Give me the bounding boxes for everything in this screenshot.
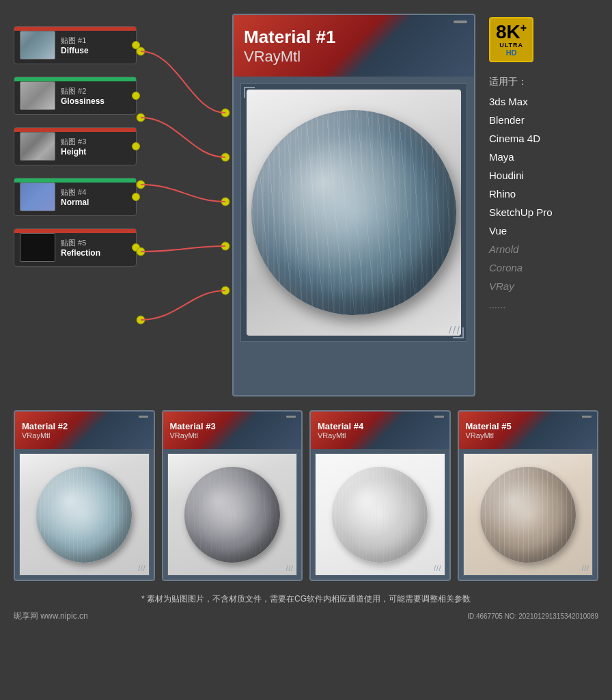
mini-card-header-5: Material #5 VRayMtl (459, 412, 598, 449)
mini-sphere-area-4: /// (311, 449, 449, 580)
svg-point-9 (221, 286, 230, 295)
sphere-preview (247, 90, 461, 336)
mini-minimize-3[interactable] (286, 416, 296, 418)
main-card-body: /// (234, 77, 474, 349)
compat-item-rhino: Rhino (489, 185, 598, 203)
node-label-reflection: 贴图 #5 Reflection (55, 238, 130, 258)
compat-item-vray: VRay (489, 277, 598, 295)
footer-id: ID:4667705 NO: 202101291315342010089 (467, 612, 598, 620)
bottom-section: Material #2 VRayMtl /// Material #3 VRay… (0, 403, 612, 588)
mini-corner-mark-4: /// (434, 565, 441, 572)
mini-card-subtitle-2: VRayMtl (22, 431, 147, 440)
corner-mark: /// (449, 325, 461, 336)
mini-card-5: Material #5 VRayMtl /// (458, 410, 599, 581)
mini-sphere-5 (480, 467, 576, 563)
mini-sphere-frame-4: /// (315, 453, 445, 576)
node-reflection[interactable]: 贴图 #5 Reflection (14, 228, 137, 267)
node-output-dot-reflection (132, 243, 140, 252)
node-output-dot-height (132, 142, 140, 150)
svg-point-7 (221, 242, 230, 250)
mini-card-2: Material #2 VRayMtl /// (14, 410, 155, 581)
node-panel: 贴图 #1 Diffuse 贴图 #2 Glossiness (14, 14, 150, 396)
mini-sphere-frame-2: /// (19, 453, 150, 576)
mini-sphere-3 (184, 467, 280, 563)
node-output-dot-normal (132, 193, 140, 201)
mini-corner-mark-2: /// (138, 565, 145, 572)
compat-item-more: ...... (489, 295, 598, 314)
node-label-diffuse: 贴图 #1 Diffuse (55, 36, 130, 55)
mini-card-header-2: Material #2 VRayMtl (15, 412, 154, 449)
compat-label: 适用于： (489, 76, 598, 88)
sphere-frame: /// (240, 83, 467, 342)
node-thumbnail-glossiness (20, 81, 55, 110)
node-normal[interactable]: 贴图 #4 Normal (14, 178, 137, 216)
mini-minimize-4[interactable] (434, 416, 444, 418)
mini-card-subtitle-4: VRayMtl (318, 431, 443, 440)
mini-card-subtitle-3: VRayMtl (170, 431, 295, 440)
8k-badge: 8K+ ULTRA HD (489, 17, 533, 62)
mini-card-subtitle-5: VRayMtl (466, 431, 591, 440)
svg-point-3 (221, 153, 230, 161)
mini-sphere-frame-5: /// (463, 453, 594, 576)
node-glossiness[interactable]: 贴图 #2 Glossiness (14, 77, 137, 115)
node-thumbnail-height (20, 132, 55, 161)
mini-card-3: Material #3 VRayMtl /// (162, 410, 303, 581)
mini-card-title-4: Material #4 (318, 421, 443, 431)
compat-item-arnold: Arnold (489, 240, 598, 258)
compat-item-blender: Blender (489, 111, 598, 129)
mini-card-title-2: Material #2 (22, 421, 147, 431)
footer-site: 昵享网 www.nipic.cn (14, 610, 88, 622)
mini-sphere-area-5: /// (459, 449, 598, 580)
plus-sign: + (520, 22, 527, 33)
footer-watermark: 昵享网 www.nipic.cn ID:4667705 NO: 20210129… (14, 608, 598, 625)
info-panel: 8K+ ULTRA HD 适用于： 3ds Max Blender Cinema… (489, 14, 598, 396)
mini-card-header-4: Material #4 VRayMtl (311, 412, 449, 449)
svg-point-5 (221, 198, 230, 206)
mini-sphere-area-2: /// (15, 449, 154, 580)
footer-note: * 素材为贴图图片，不含材质文件，需要在CG软件内相应通道使用，可能需要调整相关… (14, 593, 598, 605)
node-height[interactable]: 贴图 #3 Height (14, 127, 137, 165)
mini-card-header-3: Material #3 VRayMtl (163, 412, 302, 449)
8k-text: 8K+ (496, 23, 527, 42)
main-card-header: Material #1 VRayMtl (234, 15, 474, 77)
mini-sphere-4 (332, 467, 428, 563)
hd-text: HD (496, 49, 527, 57)
node-thumbnail-reflection (20, 233, 55, 262)
footer: * 素材为贴图图片，不含材质文件，需要在CG软件内相应通道使用，可能需要调整相关… (0, 588, 612, 628)
mini-minimize-5[interactable] (582, 416, 592, 418)
node-diffuse[interactable]: 贴图 #1 Diffuse (14, 26, 137, 64)
node-label-glossiness: 贴图 #2 Glossiness (55, 86, 130, 106)
mini-corner-mark-3: /// (286, 565, 294, 572)
sphere-3d-model (251, 110, 456, 315)
compat-item-sketchup: SketchUp Pro (489, 203, 598, 221)
node-label-normal: 贴图 #4 Normal (55, 187, 130, 207)
node-thumbnail-diffuse (20, 31, 55, 59)
node-output-dot-glossiness (132, 92, 140, 100)
main-material-card: Material #1 VRayMtl /// (232, 14, 475, 396)
compat-list: 3ds Max Blender Cinema 4D Maya Houdini R… (489, 92, 598, 314)
mini-card-title-3: Material #3 (170, 421, 295, 431)
mini-sphere-frame-3: /// (167, 453, 298, 576)
mini-minimize-2[interactable] (139, 416, 148, 418)
compat-item-vue: Vue (489, 221, 598, 240)
main-card-title: Material #1 (244, 27, 464, 48)
svg-point-1 (221, 109, 230, 117)
minimize-button[interactable] (454, 21, 467, 23)
node-thumbnail-normal (20, 183, 55, 211)
compat-item-corona: Corona (489, 258, 598, 277)
ultra-text: ULTRA (496, 42, 527, 49)
mini-sphere-area-3: /// (163, 449, 302, 580)
compat-item-3dsmax: 3ds Max (489, 92, 598, 111)
mini-card-4: Material #4 VRayMtl /// (309, 410, 451, 581)
compat-item-cinema4d: Cinema 4D (489, 129, 598, 148)
mini-sphere-2 (36, 467, 132, 563)
node-label-height: 贴图 #3 Height (55, 137, 130, 157)
compat-item-maya: Maya (489, 148, 598, 166)
mini-corner-mark-5: /// (582, 565, 589, 572)
compat-item-houdini: Houdini (489, 166, 598, 185)
node-output-dot-diffuse (132, 41, 140, 49)
mini-card-title-5: Material #5 (466, 421, 591, 431)
main-card-subtitle: VRayMtl (244, 48, 464, 66)
